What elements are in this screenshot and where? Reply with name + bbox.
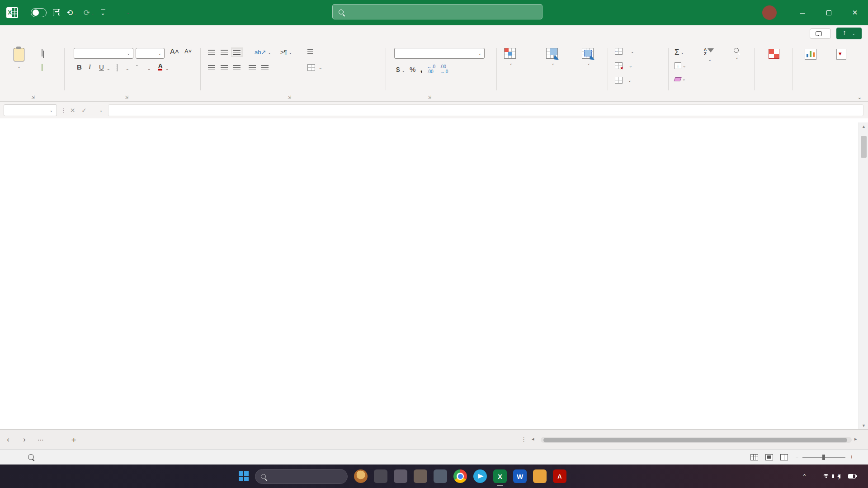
create-pdf-button[interactable] [828,49,854,61]
start-button[interactable] [239,471,249,481]
zoom-slider[interactable]: − ＋ [795,453,854,461]
scroll-up-icon[interactable]: ▲ [859,122,868,130]
paste-button[interactable]: ⌄ [14,48,24,69]
format-as-table-button[interactable]: ⌄ [533,48,571,66]
files-app-icon[interactable] [533,469,547,483]
percent-style-button[interactable]: % [410,66,415,73]
accounting-format-button[interactable]: $ ⌄ [396,66,405,73]
copy-button[interactable] [42,50,42,56]
telegram-icon[interactable] [473,469,487,483]
delete-cells-button[interactable]: ⌄ [615,62,632,69]
avatar[interactable] [762,5,777,20]
autosave-toggle[interactable] [31,8,47,17]
increase-decimal-button[interactable]: ←.0.00 [427,64,435,74]
redo-button[interactable]: ⟳⌄ [84,8,94,18]
comma-style-button[interactable]: , [420,64,422,74]
accessibility-checker-button[interactable] [28,454,37,460]
page-break-view-button[interactable] [780,454,788,460]
align-center-button[interactable] [221,65,228,70]
excel-taskbar-icon[interactable]: X [493,469,507,483]
decrease-indent-button[interactable] [249,65,256,70]
share-button[interactable]: ⤴ ⌄ [836,28,862,39]
prev-sheet-button[interactable]: ‹ [0,436,16,444]
new-sheet-button[interactable]: ＋ [70,434,78,445]
scroll-right-icon[interactable]: ▸ [854,436,857,442]
minimize-button[interactable]: ─ [789,0,816,25]
chrome-icon[interactable] [453,469,467,483]
normal-view-button[interactable] [750,454,758,460]
app-icon[interactable] [414,469,427,483]
format-cells-button[interactable]: ⌄ [615,77,632,84]
scroll-left-icon[interactable]: ◂ [532,436,534,442]
cell-styles-button[interactable]: ⌄ [573,48,602,66]
font-size-select[interactable]: ⌄ [136,48,165,59]
chevron-down-icon[interactable]: ⌄ [147,66,151,71]
food-app-icon[interactable] [354,469,368,483]
italic-button[interactable]: I [89,63,91,71]
next-sheet-button[interactable]: › [16,436,33,444]
analyze-data-button[interactable] [797,49,825,62]
increase-indent-button[interactable] [261,65,269,70]
battery-icon[interactable] [848,474,856,479]
wifi-icon[interactable] [822,474,830,479]
acrobat-icon[interactable]: A [553,469,566,483]
scroll-down-icon[interactable]: ▼ [859,422,868,429]
fill-button[interactable]: ↓⌄ [675,62,686,69]
tray-expand-icon[interactable]: ⌃ [802,473,807,480]
collapse-ribbon-button[interactable]: ⌄ [858,94,862,100]
more-sheets-icon[interactable]: ⋯ [33,436,49,443]
name-box[interactable]: ⌄ [4,104,57,116]
search-input[interactable] [332,4,542,19]
volume-icon[interactable] [837,474,840,479]
maximize-button[interactable] [816,0,842,25]
save-button[interactable] [53,9,60,16]
app-icon[interactable] [434,469,447,483]
dialog-launcher-icon[interactable]: ⇲ [31,95,35,99]
format-painter-button[interactable] [42,64,42,70]
align-right-button[interactable] [233,65,241,70]
sort-filter-button[interactable]: AZ ⌄ [697,48,721,62]
chevron-down-icon[interactable]: ⌄ [126,66,129,71]
font-color-button[interactable]: A [158,64,162,70]
dialog-launcher-icon[interactable]: ⇲ [428,95,431,99]
align-left-button[interactable] [208,65,215,70]
vertical-scrollbar[interactable]: ▲ ▼ [859,122,868,429]
top-align-button[interactable] [208,50,215,55]
number-format-select[interactable]: ⌄ [394,48,485,59]
decrease-decimal-button[interactable]: .00→.0 [440,64,448,74]
vertical-scroll-thumb[interactable] [861,136,867,158]
app-icon[interactable] [394,469,407,483]
quick-access-toolbar-button[interactable]: ⌄ [101,9,105,16]
wrap-text-button[interactable] [307,49,315,54]
underline-button[interactable]: U [99,63,104,71]
horizontal-scroll-thumb[interactable] [543,438,847,442]
clear-button[interactable]: ⌄ [675,77,686,81]
conditional-formatting-button[interactable]: ⌄ [489,48,531,66]
chevron-down-icon[interactable]: ⌄ [107,66,110,71]
taskbar-search-input[interactable] [255,469,348,484]
font-name-select[interactable]: ⌄ [74,48,133,59]
autosum-button[interactable]: Σ⌄ [675,48,684,57]
word-icon[interactable]: W [513,469,527,483]
grip-icon[interactable]: ⋮ [521,436,527,443]
chevron-down-icon[interactable]: ⌄ [165,66,169,71]
shrink-font-button[interactable]: A˅ [184,48,192,55]
zoom-in-button[interactable]: ＋ [849,453,855,461]
formula-input[interactable] [108,104,863,116]
borders-button[interactable] [117,65,118,71]
orientation-button[interactable]: ab↗⌄ [255,49,271,56]
reading-order-button[interactable]: >¶⌄ [280,49,292,56]
bold-button[interactable]: B [77,63,82,71]
app-icon[interactable] [374,469,387,483]
zoom-thumb[interactable] [822,455,825,460]
close-button[interactable]: ✕ [842,0,868,25]
dialog-launcher-icon[interactable]: ⇲ [125,95,128,99]
zoom-out-button[interactable]: − [795,454,798,460]
undo-button[interactable]: ⟲⌄ [66,8,77,18]
find-select-button[interactable]: ⌄ [724,48,748,60]
insert-cells-button[interactable]: ⌄ [615,48,634,55]
file-name[interactable]: ⌄ [123,10,130,15]
add-ins-button[interactable] [760,49,788,61]
dialog-launcher-icon[interactable]: ⇲ [288,95,291,99]
excel-app-icon[interactable]: X [6,7,18,18]
